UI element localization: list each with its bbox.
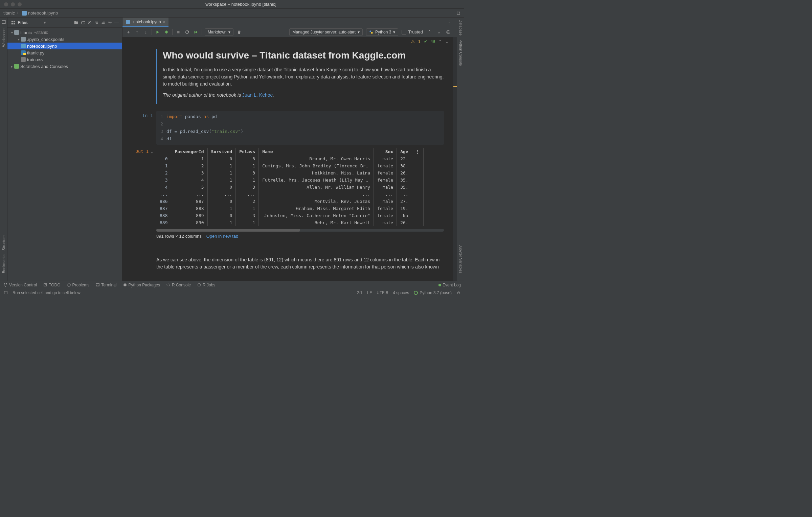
close-window-icon[interactable]: [4, 2, 8, 6]
gear-icon[interactable]: [108, 20, 112, 25]
zoom-window-icon[interactable]: [18, 2, 22, 6]
caret-position[interactable]: 2:1: [357, 290, 363, 295]
new-folder-icon[interactable]: [74, 20, 78, 25]
tab-r-jobs[interactable]: R Jobs: [197, 283, 215, 287]
stop-icon[interactable]: [175, 29, 181, 35]
scrollbar-thumb[interactable]: [156, 229, 300, 232]
target-icon[interactable]: [87, 20, 92, 25]
table-row[interactable]: 88688702Montvila, Rev. Juozasmale27.: [156, 198, 423, 205]
table-header[interactable]: [156, 148, 171, 155]
warning-marker[interactable]: [453, 86, 457, 87]
warning-icon[interactable]: ⚠: [411, 39, 415, 44]
chevron-down-icon[interactable]: ▾: [44, 20, 46, 25]
rail-jupyter-variables[interactable]: Jupyter Variables: [459, 245, 463, 273]
minimize-sidebar-icon[interactable]: —: [114, 20, 119, 25]
table-header[interactable]: Sex: [374, 148, 397, 155]
interpreter-status[interactable]: Python 3.7 (base): [414, 290, 452, 295]
dataframe-table[interactable]: PassengerIdSurvivedPclassNameSexAge⋮0103…: [156, 148, 444, 226]
table-row[interactable]: ....................: [156, 191, 423, 198]
minimize-window-icon[interactable]: [11, 2, 15, 6]
table-row[interactable]: 1211Cumings, Mrs. John Bradley (Florence…: [156, 162, 423, 169]
table-header[interactable]: Age: [397, 148, 412, 155]
error-stripe[interactable]: [453, 37, 457, 281]
table-row[interactable]: 88888903Johnston, Miss. Catherine Helen …: [156, 212, 423, 219]
rail-database[interactable]: Database: [459, 20, 463, 36]
rail-python-console[interactable]: Python Console: [459, 40, 463, 66]
tab-problems[interactable]: Problems: [67, 283, 90, 287]
code-cell[interactable]: In 1 1import pandas as pd23df = pd.read_…: [133, 111, 444, 145]
checkbox-icon[interactable]: [402, 30, 406, 34]
breadcrumb-project[interactable]: titanic: [3, 10, 15, 16]
lock-icon[interactable]: [456, 290, 461, 295]
chevron-up-icon[interactable]: ⌃: [438, 39, 442, 44]
restart-icon[interactable]: [184, 29, 190, 35]
collapse-output-icon[interactable]: ⌄: [151, 149, 153, 154]
debug-cell-icon[interactable]: [163, 29, 170, 35]
chevron-right-icon[interactable]: ▸: [9, 65, 14, 68]
delete-cell-icon[interactable]: [236, 29, 242, 35]
tab-r-console[interactable]: R Console: [166, 283, 191, 287]
tree-file-notebook[interactable]: notebook.ipynb: [7, 43, 122, 49]
file-encoding[interactable]: UTF-8: [377, 290, 388, 295]
markdown-cell[interactable]: As we can see above, the dimension of th…: [156, 255, 444, 276]
tabs-menu-icon[interactable]: ⋮: [447, 20, 454, 25]
rail-workspace[interactable]: Workspace: [2, 28, 6, 47]
table-row[interactable]: 2313Heikkinen, Miss. Lainafemale26.: [156, 169, 423, 177]
markdown-cell[interactable]: Who would survive – Titanic dataset from…: [156, 49, 444, 104]
files-view-icon[interactable]: [11, 20, 16, 25]
interpreter-select[interactable]: Python 3 ▾: [366, 28, 398, 36]
chevron-down-icon[interactable]: ⌄: [445, 39, 449, 44]
breadcrumb-file[interactable]: notebook.ipynb: [28, 10, 58, 16]
cell-type-select[interactable]: Markdown ▾: [205, 28, 233, 36]
chevron-down-icon[interactable]: ▾: [9, 31, 14, 34]
chevron-down-icon[interactable]: ⌄: [436, 29, 442, 35]
move-up-icon[interactable]: ↑: [134, 29, 140, 35]
table-row[interactable]: 88989011Behr, Mr. Karl Howellmale26.: [156, 219, 423, 226]
tool-window-icon[interactable]: [3, 290, 8, 295]
table-header[interactable]: Survived: [207, 148, 236, 155]
author-link[interactable]: Juan L. Kehoe: [242, 92, 273, 98]
chevron-right-icon[interactable]: ▸: [16, 38, 21, 41]
run-all-icon[interactable]: [193, 29, 199, 35]
indent-setting[interactable]: 4 spaces: [393, 290, 409, 295]
table-row[interactable]: 3411Futrelle, Mrs. Jacques Heath (Lily M…: [156, 177, 423, 184]
server-select[interactable]: Managed Jupyter server: auto-start ▾: [289, 28, 363, 36]
open-in-tool-icon[interactable]: [456, 11, 461, 16]
trusted-toggle[interactable]: Trusted: [402, 29, 423, 34]
run-cell-icon[interactable]: [155, 29, 161, 35]
open-new-tab-link[interactable]: Open in new tab: [206, 234, 239, 239]
refresh-icon[interactable]: [81, 20, 85, 25]
expand-icon[interactable]: [94, 20, 99, 25]
table-header[interactable]: Pclass: [236, 148, 259, 155]
tab-python-packages[interactable]: Python Packages: [123, 283, 160, 287]
table-row[interactable]: 88788811Graham, Miss. Margaret Edithfema…: [156, 205, 423, 212]
tab-notebook[interactable]: notebook.ipynb ×: [122, 18, 168, 27]
check-icon[interactable]: ✔: [424, 39, 427, 44]
table-header[interactable]: PassengerId: [171, 148, 207, 155]
chevron-up-icon[interactable]: ⌃: [426, 29, 432, 35]
notebook-body[interactable]: ⚠1 ✔49 ⌃ ⌄ Who would survive – Titanic d…: [122, 37, 454, 281]
tab-terminal[interactable]: Terminal: [95, 283, 116, 287]
tab-version-control[interactable]: Version Control: [3, 283, 37, 287]
tab-event-log[interactable]: Event Log: [438, 283, 461, 287]
table-menu-icon[interactable]: ⋮: [412, 148, 423, 155]
tree-scratches[interactable]: ▸ Scratches and Consoles: [7, 63, 122, 70]
globe-icon[interactable]: [445, 29, 451, 35]
rail-bookmarks[interactable]: Bookmarks: [2, 255, 6, 273]
add-cell-icon[interactable]: ＋: [125, 29, 131, 35]
tree-file-train-csv[interactable]: train.csv: [7, 56, 122, 63]
code-editor[interactable]: 1import pandas as pd23df = pd.read_csv("…: [156, 111, 444, 145]
tree-file-titanic-py[interactable]: titanic.py: [7, 49, 122, 56]
table-row[interactable]: 4503Allen, Mr. William Henrymale35.: [156, 184, 423, 191]
project-icon[interactable]: [1, 20, 6, 24]
rail-structure[interactable]: Structure: [2, 235, 6, 251]
tree-root[interactable]: ▾ titanic ~/titanic: [7, 29, 122, 36]
tab-todo[interactable]: TODO: [43, 283, 60, 287]
horizontal-scrollbar[interactable]: [156, 229, 444, 232]
move-down-icon[interactable]: ↓: [143, 29, 149, 35]
table-header[interactable]: Name: [259, 148, 374, 155]
line-separator[interactable]: LF: [367, 290, 372, 295]
tree-folder-checkpoints[interactable]: ▸ .ipynb_checkpoints: [7, 36, 122, 43]
close-tab-icon[interactable]: ×: [163, 20, 165, 24]
table-row[interactable]: 0103Braund, Mr. Owen Harrismale22.: [156, 155, 423, 162]
